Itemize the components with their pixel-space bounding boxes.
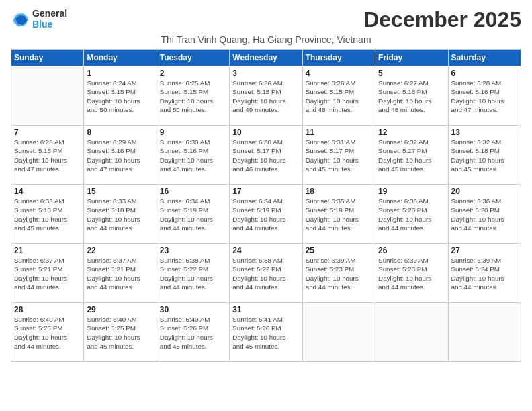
- day-info: Sunrise: 6:27 AM Sunset: 5:16 PM Dayligh…: [378, 79, 445, 114]
- calendar-cell: 19Sunrise: 6:36 AM Sunset: 5:20 PM Dayli…: [375, 185, 448, 244]
- day-info: Sunrise: 6:32 AM Sunset: 5:17 PM Dayligh…: [378, 138, 445, 173]
- day-number: 19: [378, 187, 445, 196]
- calendar-header-row: Sunday Monday Tuesday Wednesday Thursday…: [11, 50, 521, 66]
- calendar-cell: 11Sunrise: 6:31 AM Sunset: 5:17 PM Dayli…: [302, 126, 375, 185]
- subtitle: Thi Tran Vinh Quang, Ha Giang Province, …: [11, 34, 521, 45]
- day-number: 29: [87, 305, 153, 314]
- col-monday: Monday: [84, 50, 157, 66]
- day-number: 2: [160, 68, 226, 78]
- day-number: 4: [306, 68, 372, 78]
- calendar-cell: 7Sunrise: 6:28 AM Sunset: 5:16 PM Daylig…: [11, 126, 84, 185]
- day-number: 20: [451, 187, 518, 196]
- day-info: Sunrise: 6:30 AM Sunset: 5:16 PM Dayligh…: [160, 138, 226, 173]
- day-number: 30: [160, 305, 226, 314]
- calendar-cell: [448, 303, 521, 362]
- col-wednesday: Wednesday: [230, 50, 302, 66]
- day-number: 21: [14, 246, 81, 255]
- day-info: Sunrise: 6:40 AM Sunset: 5:26 PM Dayligh…: [160, 315, 226, 351]
- day-info: Sunrise: 6:28 AM Sunset: 5:16 PM Dayligh…: [451, 79, 518, 114]
- col-thursday: Thursday: [302, 50, 375, 66]
- day-info: Sunrise: 6:38 AM Sunset: 5:22 PM Dayligh…: [160, 256, 226, 291]
- day-info: Sunrise: 6:39 AM Sunset: 5:24 PM Dayligh…: [451, 256, 518, 291]
- calendar-cell: 30Sunrise: 6:40 AM Sunset: 5:26 PM Dayli…: [157, 303, 229, 362]
- calendar-cell: [375, 303, 448, 362]
- day-number: 23: [160, 246, 226, 255]
- calendar-cell: 25Sunrise: 6:39 AM Sunset: 5:23 PM Dayli…: [302, 244, 375, 303]
- day-info: Sunrise: 6:26 AM Sunset: 5:15 PM Dayligh…: [306, 79, 372, 114]
- day-number: 24: [232, 246, 299, 255]
- calendar-cell: 1Sunrise: 6:24 AM Sunset: 5:15 PM Daylig…: [84, 66, 157, 126]
- col-friday: Friday: [375, 50, 448, 66]
- day-info: Sunrise: 6:31 AM Sunset: 5:17 PM Dayligh…: [306, 138, 372, 173]
- calendar-cell: 5Sunrise: 6:27 AM Sunset: 5:16 PM Daylig…: [375, 66, 448, 126]
- calendar-cell: 22Sunrise: 6:37 AM Sunset: 5:21 PM Dayli…: [84, 244, 157, 303]
- day-info: Sunrise: 6:32 AM Sunset: 5:18 PM Dayligh…: [451, 138, 518, 173]
- day-info: Sunrise: 6:26 AM Sunset: 5:15 PM Dayligh…: [232, 79, 299, 114]
- day-number: 7: [14, 128, 81, 137]
- day-number: 9: [160, 128, 226, 137]
- logo-text: General Blue: [32, 8, 67, 30]
- day-number: 10: [232, 128, 299, 137]
- day-number: 6: [451, 68, 518, 78]
- day-number: 25: [306, 246, 372, 255]
- calendar-cell: 10Sunrise: 6:30 AM Sunset: 5:17 PM Dayli…: [230, 126, 302, 185]
- day-info: Sunrise: 6:36 AM Sunset: 5:20 PM Dayligh…: [451, 197, 518, 232]
- calendar-cell: 13Sunrise: 6:32 AM Sunset: 5:18 PM Dayli…: [448, 126, 521, 185]
- calendar-cell: 4Sunrise: 6:26 AM Sunset: 5:15 PM Daylig…: [302, 66, 375, 126]
- calendar-table: Sunday Monday Tuesday Wednesday Thursday…: [11, 49, 521, 362]
- day-info: Sunrise: 6:30 AM Sunset: 5:17 PM Dayligh…: [232, 138, 299, 173]
- calendar-week-1: 1Sunrise: 6:24 AM Sunset: 5:15 PM Daylig…: [11, 66, 521, 126]
- day-number: 18: [306, 187, 372, 196]
- day-number: 3: [232, 68, 299, 78]
- day-info: Sunrise: 6:37 AM Sunset: 5:21 PM Dayligh…: [87, 256, 153, 291]
- calendar-cell: 14Sunrise: 6:33 AM Sunset: 5:18 PM Dayli…: [11, 185, 84, 244]
- day-number: 27: [451, 246, 518, 255]
- day-number: 12: [378, 128, 445, 137]
- col-tuesday: Tuesday: [157, 50, 229, 66]
- day-info: Sunrise: 6:34 AM Sunset: 5:19 PM Dayligh…: [160, 197, 226, 232]
- day-info: Sunrise: 6:41 AM Sunset: 5:26 PM Dayligh…: [232, 315, 299, 351]
- col-saturday: Saturday: [448, 50, 521, 66]
- calendar-week-3: 14Sunrise: 6:33 AM Sunset: 5:18 PM Dayli…: [11, 185, 521, 244]
- calendar-cell: 20Sunrise: 6:36 AM Sunset: 5:20 PM Dayli…: [448, 185, 521, 244]
- calendar-cell: 16Sunrise: 6:34 AM Sunset: 5:19 PM Dayli…: [157, 185, 229, 244]
- day-info: Sunrise: 6:34 AM Sunset: 5:19 PM Dayligh…: [232, 197, 299, 232]
- col-sunday: Sunday: [11, 50, 84, 66]
- calendar-cell: 6Sunrise: 6:28 AM Sunset: 5:16 PM Daylig…: [448, 66, 521, 126]
- day-info: Sunrise: 6:33 AM Sunset: 5:18 PM Dayligh…: [87, 197, 153, 232]
- calendar-week-4: 21Sunrise: 6:37 AM Sunset: 5:21 PM Dayli…: [11, 244, 521, 303]
- calendar-cell: 9Sunrise: 6:30 AM Sunset: 5:16 PM Daylig…: [157, 126, 229, 185]
- day-info: Sunrise: 6:37 AM Sunset: 5:21 PM Dayligh…: [14, 256, 81, 291]
- day-number: 15: [87, 187, 153, 196]
- logo-icon: [11, 9, 30, 28]
- day-info: Sunrise: 6:28 AM Sunset: 5:16 PM Dayligh…: [14, 138, 81, 173]
- calendar-week-5: 28Sunrise: 6:40 AM Sunset: 5:25 PM Dayli…: [11, 303, 521, 362]
- calendar-cell: 31Sunrise: 6:41 AM Sunset: 5:26 PM Dayli…: [230, 303, 302, 362]
- day-number: 28: [14, 305, 81, 314]
- day-info: Sunrise: 6:25 AM Sunset: 5:15 PM Dayligh…: [160, 79, 226, 114]
- calendar-cell: 2Sunrise: 6:25 AM Sunset: 5:15 PM Daylig…: [157, 66, 229, 126]
- calendar-week-2: 7Sunrise: 6:28 AM Sunset: 5:16 PM Daylig…: [11, 126, 521, 185]
- logo: General Blue: [11, 8, 67, 30]
- page: General Blue December 2025 Thi Tran Vinh…: [0, 0, 532, 411]
- day-number: 26: [378, 246, 445, 255]
- day-number: 5: [378, 68, 445, 78]
- day-number: 17: [232, 187, 299, 196]
- calendar-cell: 29Sunrise: 6:40 AM Sunset: 5:25 PM Dayli…: [84, 303, 157, 362]
- calendar-cell: 21Sunrise: 6:37 AM Sunset: 5:21 PM Dayli…: [11, 244, 84, 303]
- calendar-cell: 28Sunrise: 6:40 AM Sunset: 5:25 PM Dayli…: [11, 303, 84, 362]
- day-number: 16: [160, 187, 226, 196]
- day-number: 11: [306, 128, 372, 137]
- day-info: Sunrise: 6:40 AM Sunset: 5:25 PM Dayligh…: [87, 315, 153, 351]
- day-number: 31: [232, 305, 299, 314]
- calendar-cell: 27Sunrise: 6:39 AM Sunset: 5:24 PM Dayli…: [448, 244, 521, 303]
- calendar-cell: 8Sunrise: 6:29 AM Sunset: 5:16 PM Daylig…: [84, 126, 157, 185]
- day-number: 14: [14, 187, 81, 196]
- calendar-cell: 18Sunrise: 6:35 AM Sunset: 5:19 PM Dayli…: [302, 185, 375, 244]
- day-number: 22: [87, 246, 153, 255]
- calendar-cell: [11, 66, 84, 126]
- header: General Blue December 2025: [11, 8, 521, 32]
- calendar-cell: 3Sunrise: 6:26 AM Sunset: 5:15 PM Daylig…: [230, 66, 302, 126]
- day-info: Sunrise: 6:39 AM Sunset: 5:23 PM Dayligh…: [378, 256, 445, 291]
- day-info: Sunrise: 6:36 AM Sunset: 5:20 PM Dayligh…: [378, 197, 445, 232]
